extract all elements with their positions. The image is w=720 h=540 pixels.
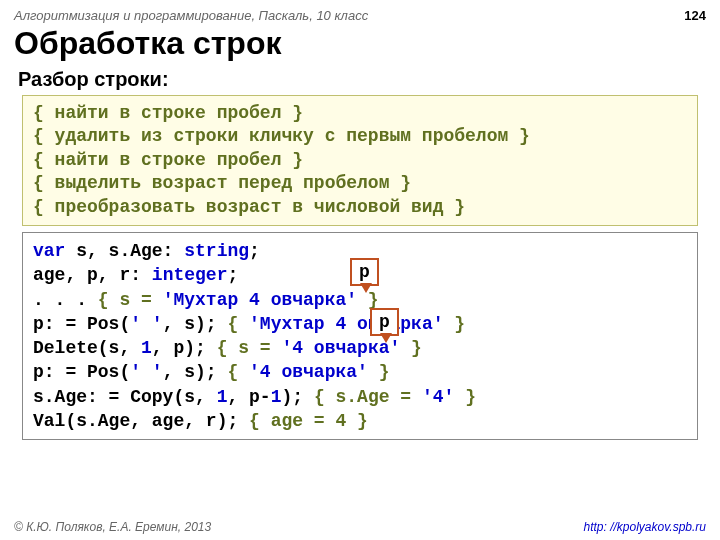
pseudocode-box: { найти в строке пробел } { удалить из с… <box>22 95 698 226</box>
comment-line: { выделить возраст перед пробелом } <box>33 172 687 195</box>
page-number: 124 <box>684 8 706 23</box>
footer-link[interactable]: http: //kpolyakov.spb.ru <box>583 520 706 534</box>
code-line: Val(s.Age, age, r); { age = 4 } <box>33 409 687 433</box>
code-line: p: = Pos(' ', s); { 'Мухтар 4 овчарка' } <box>33 312 687 336</box>
copyright-text: © К.Ю. Поляков, Е.А. Еремин, 2013 <box>14 520 211 534</box>
comment-line: { преобразовать возраст в числовой вид } <box>33 196 687 219</box>
arrow-icon <box>380 333 392 343</box>
comment-line: { найти в строке пробел } <box>33 102 687 125</box>
code-line: p: = Pos(' ', s); { '4 овчарка' } <box>33 360 687 384</box>
code-box: var s, s.Age: string; age, p, r: integer… <box>22 232 698 440</box>
code-line: s.Age: = Copy(s, 1, p-1); { s.Age = '4' … <box>33 385 687 409</box>
code-line: Delete(s, 1, p); { s = '4 овчарка' } <box>33 336 687 360</box>
course-text: Алгоритмизация и программирование, Паска… <box>14 8 368 23</box>
header: Алгоритмизация и программирование, Паска… <box>0 0 720 25</box>
footer: © К.Ю. Поляков, Е.А. Еремин, 2013 http: … <box>0 520 720 534</box>
arrow-icon <box>360 283 372 293</box>
subtitle: Разбор строки: <box>0 66 720 93</box>
comment-line: { удалить из строки кличку с первым проб… <box>33 125 687 148</box>
page-title: Обработка строк <box>0 25 720 66</box>
comment-line: { найти в строке пробел } <box>33 149 687 172</box>
